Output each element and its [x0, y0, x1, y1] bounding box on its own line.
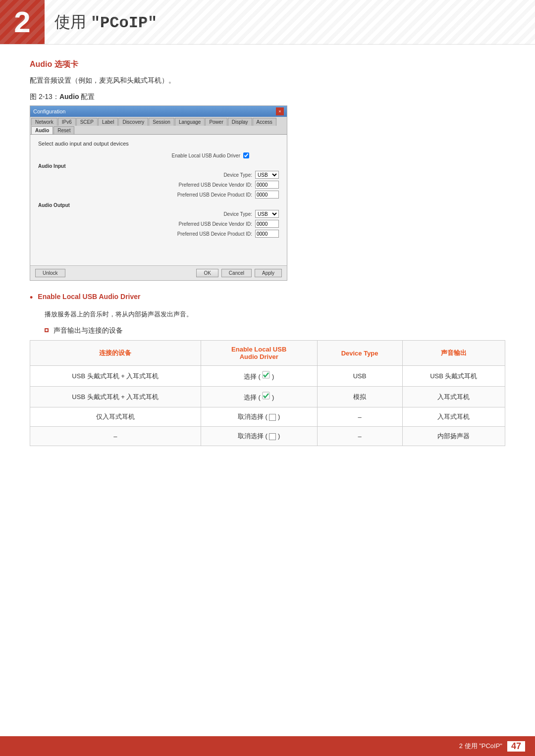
dialog-title: Configuration [33, 108, 65, 114]
col-header-device: 连接的设备 [30, 341, 201, 366]
config-dialog: Configuration × Network IPv6 SCEP Label … [30, 105, 287, 281]
check-checked-icon-1 [262, 371, 270, 379]
enable-local-usb-checkbox[interactable] [243, 152, 249, 158]
enable-usb-text-4: 取消选择 ( [238, 432, 268, 440]
cell-enable-usb-1: 选择 ( ) [201, 366, 317, 387]
tab-network[interactable]: Network [31, 118, 57, 126]
tab-access[interactable]: Access [253, 118, 276, 126]
cell-enable-usb-2: 选择 ( ) [201, 387, 317, 407]
footer-page-number: 47 [507, 741, 525, 752]
dialog-buttons: Unlock OK Cancel Apply [30, 265, 287, 280]
audio-output-vendor-label: Preferred USB Device Vendor ID: [179, 221, 252, 227]
figure-caption: 图 2-13：Audio 配置 [30, 93, 505, 101]
table-row: USB 头戴式耳机 + 入耳式耳机 选择 ( ) 模拟 入耳式耳机 [30, 387, 505, 407]
enable-local-usb-label: Enable Local USB Audio Driver [172, 153, 240, 158]
dialog-close-button[interactable]: × [276, 107, 284, 115]
config-body: Select audio input and output devices En… [30, 135, 287, 265]
audio-input-product-label: Preferred USB Device Product ID: [177, 192, 252, 198]
cell-device-type-1: USB [317, 366, 402, 387]
cell-output-4: 内部扬声器 [402, 427, 505, 446]
tab-session[interactable]: Session [149, 118, 174, 126]
page-footer: 2 使用 "PCoIP" 47 [0, 736, 535, 756]
ok-button[interactable]: OK [196, 269, 218, 277]
audio-output-device-type-label: Device Type: [223, 211, 252, 217]
table-row: 仅入耳式耳机 取消选择 ( ) – 入耳式耳机 [30, 407, 505, 427]
sub-bullet-label: 声音输出与连接的设备 [54, 326, 123, 335]
audio-input-product-input[interactable] [255, 191, 279, 199]
chapter-number: 2 [0, 0, 45, 44]
tab-ipv6[interactable]: IPv6 [58, 118, 76, 126]
cell-device-2: USB 头戴式耳机 + 入耳式耳机 [30, 387, 201, 407]
cell-device-type-2: 模拟 [317, 387, 402, 407]
main-content: Audio 选项卡 配置音频设置（例如，麦克风和头戴式耳机）。 图 2-13：A… [0, 59, 535, 486]
chapter-title-block: 使用 "PCoIP" [45, 0, 157, 44]
config-tabs: Network IPv6 SCEP Label Discovery Sessio… [30, 117, 287, 135]
audio-input-product-row: Preferred USB Device Product ID: [38, 191, 279, 199]
cell-output-3: 入耳式耳机 [402, 407, 505, 427]
audio-input-device-type-label: Device Type: [223, 172, 252, 178]
audio-table: 连接的设备 Enable Local USBAudio Driver Devic… [30, 340, 505, 446]
cancel-button[interactable]: Cancel [221, 269, 252, 277]
cell-device-type-3: – [317, 407, 402, 427]
audio-output-device-type-select[interactable]: USB [255, 210, 279, 218]
col-header-enable-usb: Enable Local USBAudio Driver [201, 341, 317, 366]
cell-device-4: – [30, 427, 201, 446]
audio-input-vendor-label: Preferred USB Device Vendor ID: [179, 182, 252, 188]
check-unchecked-icon-3 [269, 414, 276, 421]
dialog-titlebar: Configuration × [30, 106, 287, 117]
chapter-title: 使用 "PCoIP" [54, 11, 157, 33]
cell-device-3: 仅入耳式耳机 [30, 407, 201, 427]
dialog-btn-group: OK Cancel Apply [196, 269, 282, 277]
tab-discovery[interactable]: Discovery [118, 118, 148, 126]
audio-input-vendor-row: Preferred USB Device Vendor ID: [38, 181, 279, 189]
section-body-text: 配置音频设置（例如，麦克风和头戴式耳机）。 [30, 75, 505, 86]
audio-output-vendor-row: Preferred USB Device Vendor ID: [38, 220, 279, 228]
sub-bullet-item: 声音输出与连接的设备 [45, 326, 505, 335]
enable-usb-text-1: 选择 ( [244, 373, 261, 380]
tab-display[interactable]: Display [228, 118, 252, 126]
col-header-device-type: Device Type [317, 341, 402, 366]
audio-output-vendor-input[interactable] [255, 220, 279, 228]
audio-output-product-input[interactable] [255, 230, 279, 238]
tab-audio[interactable]: Audio [31, 126, 53, 134]
table-row: USB 头戴式耳机 + 入耳式耳机 选择 ( ) USB USB 头戴式耳机 [30, 366, 505, 387]
audio-input-vendor-input[interactable] [255, 181, 279, 189]
cell-device-type-4: – [317, 427, 402, 446]
audio-output-product-row: Preferred USB Device Product ID: [38, 230, 279, 238]
audio-output-section-label: Audio Output [38, 202, 279, 208]
check-checked-icon-2 [262, 392, 270, 400]
audio-output-product-label: Preferred USB Device Product ID: [177, 231, 252, 237]
check-unchecked-icon-4 [269, 433, 276, 440]
audio-input-device-type-row: Device Type: USB [38, 171, 279, 179]
cell-enable-usb-3: 取消选择 ( ) [201, 407, 317, 427]
bullet-description: 播放服务器上的音乐时，将从内部扬声器发出声音。 [45, 309, 505, 320]
tab-power[interactable]: Power [205, 118, 227, 126]
audio-input-device-type-select[interactable]: USB [255, 171, 279, 179]
cell-enable-usb-4: 取消选择 ( ) [201, 427, 317, 446]
table-row: – 取消选择 ( ) – 内部扬声器 [30, 427, 505, 446]
enable-local-usb-row: Enable Local USB Audio Driver [38, 152, 279, 158]
tab-scep[interactable]: SCEP [76, 118, 98, 126]
enable-usb-text-3: 取消选择 ( [238, 413, 268, 420]
config-body-label: Select audio input and output devices [38, 141, 279, 147]
sub-bullet-square-icon [45, 328, 49, 332]
bullet-dot: • [30, 292, 33, 304]
apply-button[interactable]: Apply [255, 269, 282, 277]
bullet-item-enable-usb: • Enable Local USB Audio Driver [30, 293, 505, 304]
footer-text: 2 使用 "PCoIP" [459, 742, 502, 751]
tab-label[interactable]: Label [98, 118, 118, 126]
cell-device-1: USB 头戴式耳机 + 入耳式耳机 [30, 366, 201, 387]
unlock-button[interactable]: Unlock [35, 269, 65, 277]
section-heading: Audio 选项卡 [30, 59, 505, 70]
bullet-label: Enable Local USB Audio Driver [38, 293, 140, 301]
enable-usb-text-2: 选择 ( [244, 394, 261, 401]
table-header-row: 连接的设备 Enable Local USBAudio Driver Devic… [30, 341, 505, 366]
audio-input-section-label: Audio Input [38, 163, 279, 169]
tab-reset[interactable]: Reset [54, 126, 74, 134]
cell-output-2: 入耳式耳机 [402, 387, 505, 407]
col-header-output: 声音输出 [402, 341, 505, 366]
audio-output-device-type-row: Device Type: USB [38, 210, 279, 218]
tab-language[interactable]: Language [175, 118, 205, 126]
cell-output-1: USB 头戴式耳机 [402, 366, 505, 387]
chapter-header: 2 使用 "PCoIP" [0, 0, 535, 45]
